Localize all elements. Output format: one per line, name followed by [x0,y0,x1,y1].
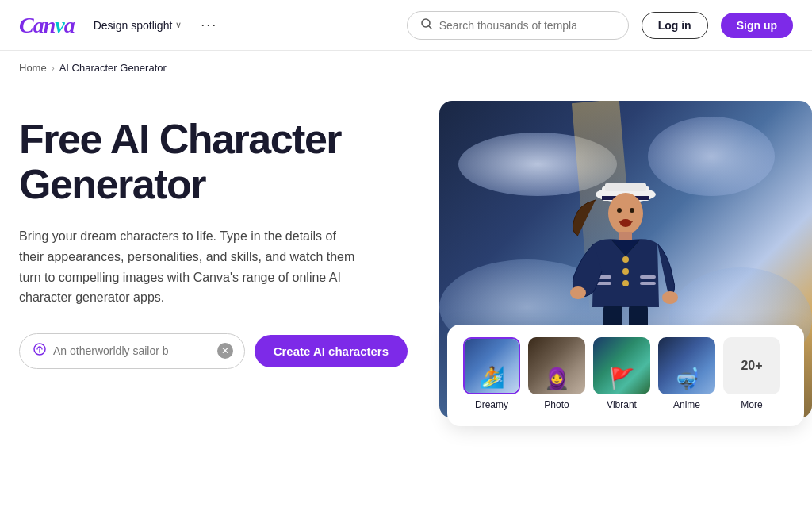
dreamy-label: Dreamy [475,399,508,410]
search-bar [407,11,629,40]
vibrant-label: Vibrant [607,399,637,410]
svg-point-10 [630,208,634,213]
svg-point-13 [622,256,629,263]
breadcrumb-separator: › [52,63,55,74]
style-card-vibrant[interactable]: 🚩 Vibrant [593,337,650,410]
prompt-input[interactable] [53,344,211,357]
search-input[interactable] [439,19,615,32]
svg-rect-19 [640,282,656,285]
signup-button[interactable]: Sign up [721,13,793,38]
vibrant-card-image: 🚩 [593,337,650,394]
create-characters-button[interactable]: Create AI characters [255,335,408,367]
clear-input-button[interactable]: ✕ [217,343,233,359]
anime-label: Anime [673,399,700,410]
style-cards-row: 🏄 Dreamy 🧕 Photo 🚩 [463,337,788,410]
left-panel: Free AI Character Generator Bring your d… [19,101,408,369]
svg-point-9 [617,208,622,213]
photo-card-image: 🧕 [528,337,585,394]
style-card-dreamy[interactable]: 🏄 Dreamy [463,337,520,410]
svg-point-3 [39,352,40,353]
login-button[interactable]: Log in [642,12,708,39]
hero-description: Bring your dream characters to life. Typ… [19,226,360,307]
svg-rect-18 [640,275,656,279]
style-card-photo[interactable]: 🧕 Photo [528,337,585,410]
breadcrumb-home[interactable]: Home [19,62,47,74]
prompt-input-wrapper: ✕ [19,333,245,369]
svg-line-1 [428,25,431,29]
design-spotlight-label: Design spotlight [94,19,173,32]
style-card-more[interactable]: 20+ More [723,337,780,410]
more-label: More [741,399,762,410]
breadcrumb-current: AI Character Generator [59,62,167,74]
more-nav-dots[interactable]: ··· [194,13,224,37]
svg-point-14 [622,268,629,275]
svg-point-11 [620,219,631,227]
svg-point-8 [608,193,643,234]
svg-point-15 [622,280,629,286]
more-card-box: 20+ [723,337,780,394]
header: Canva Design spotlight ∨ ··· Log in Sign… [0,0,812,51]
style-cards-panel: 🏄 Dreamy 🧕 Photo 🚩 [447,325,804,426]
style-card-anime[interactable]: 🤿 Anime [658,337,715,410]
chevron-down-icon: ∨ [175,20,182,30]
ai-prompt-icon [33,342,47,360]
design-spotlight-nav[interactable]: Design spotlight ∨ [94,19,182,32]
svg-point-20 [570,286,586,299]
photo-label: Photo [544,399,569,410]
svg-point-21 [662,291,678,304]
canva-logo[interactable]: Canva [19,13,75,38]
svg-rect-6 [605,183,646,191]
anime-card-image: 🤿 [658,337,715,394]
main-content: Free AI Character Generator Bring your d… [0,85,812,450]
input-row: ✕ Create AI characters [19,333,408,369]
hero-title: Free AI Character Generator [19,117,408,207]
breadcrumb: Home › AI Character Generator [0,51,812,85]
right-panel: 🏄 Dreamy 🧕 Photo 🚩 [439,101,812,418]
dreamy-card-image: 🏄 [463,337,520,394]
search-icon [420,17,433,33]
